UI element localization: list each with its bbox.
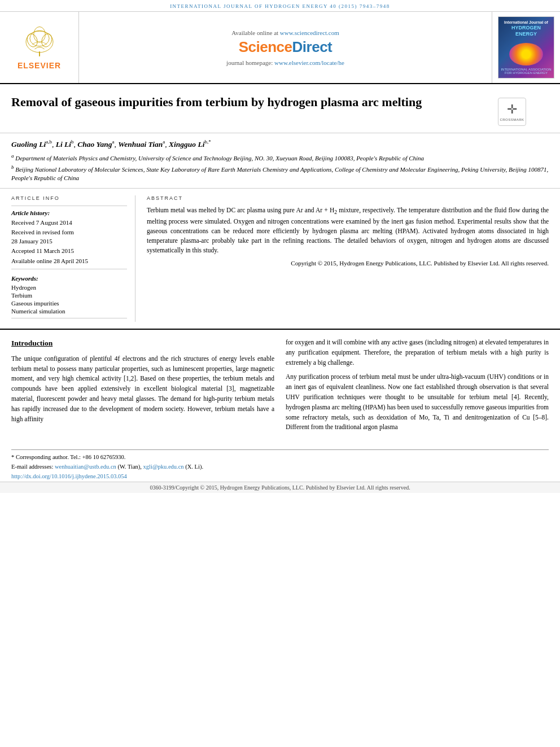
- footnote-section: * Corresponding author. Tel.: +86 10 627…: [11, 449, 549, 480]
- body-col-left: Introduction The unique configuration of…: [11, 338, 274, 437]
- author-2: Li Li: [56, 140, 71, 148]
- email-2-link[interactable]: xgli@pku.edu.cn: [143, 464, 184, 470]
- authors-line: Guoling Lia,b, Li Lib, Chao Yanga, Wenhu…: [11, 139, 549, 149]
- author-1-sup: a,b: [46, 139, 52, 145]
- accepted-date: Accepted 11 March 2015: [11, 247, 127, 255]
- keyword-1: Hydrogen: [11, 284, 127, 291]
- intro-heading: Introduction: [11, 338, 274, 350]
- body-col-right: for oxygen and it will combine with any …: [286, 338, 549, 437]
- sciencedirect-link[interactable]: www.sciencedirect.com: [280, 29, 339, 36]
- article-info-col: ARTICLE INFO Article history: Received 7…: [11, 195, 135, 322]
- cover-circle-graphic: [509, 43, 543, 65]
- article-info-header: ARTICLE INFO: [11, 195, 127, 201]
- author-1: Guoling Li: [11, 140, 46, 148]
- authors-section: Guoling Lia,b, Li Lib, Chao Yanga, Wenhu…: [0, 133, 560, 189]
- keyword-4: Numerical simulation: [11, 308, 127, 314]
- divider-1: [11, 206, 127, 206]
- abstract-text: Terbium metal was melted by DC arc plasm…: [147, 206, 549, 256]
- available-online-text: Available online at www.sciencedirect.co…: [231, 29, 339, 36]
- corresponding-author: * Corresponding author. Tel.: +86 10 627…: [11, 453, 549, 462]
- keywords-label: Keywords:: [11, 275, 127, 282]
- keywords-section: Keywords: Hydrogen Terbium Gaseous impur…: [11, 275, 127, 314]
- available-online-date: Available online 28 April 2015: [11, 257, 127, 265]
- doi-link[interactable]: http://dx.doi.org/10.1016/j.ijhydene.201…: [11, 473, 127, 479]
- bottom-bar: 0360-3199/Copyright © 2015, Hydrogen Ene…: [0, 482, 560, 493]
- elsevier-logo: ELSEVIER: [0, 12, 79, 83]
- crossmark-icon: ✛: [507, 102, 517, 117]
- author-2-sup: b: [71, 139, 74, 145]
- author-4: Wenhuai Tian: [118, 140, 163, 148]
- history-label: Article history:: [11, 209, 127, 216]
- author-4-sup: a: [163, 139, 165, 145]
- right-para-1: for oxygen and it will combine with any …: [286, 338, 549, 368]
- cover-image: International Journal ofHYDROGENENERGY I…: [498, 16, 554, 78]
- received-date: Received 7 August 2014: [11, 219, 127, 227]
- intro-para-1: The unique configuration of plentiful 4f…: [11, 354, 274, 425]
- author-5-sup: b,*: [205, 139, 211, 145]
- journal-cover: International Journal ofHYDROGENENERGY I…: [492, 12, 560, 83]
- cover-title: International Journal ofHYDROGENENERGY: [504, 20, 548, 37]
- elsevier-label: ELSEVIER: [18, 61, 61, 70]
- crossmark-label: CrossMark: [500, 118, 524, 121]
- body-section: Introduction The unique configuration of…: [0, 330, 560, 445]
- keyword-2: Terbium: [11, 292, 127, 299]
- abstract-header: ABSTRACT: [147, 195, 549, 201]
- email-line: E-mail addresses: wenhuaitian@ustb.edu.c…: [11, 463, 549, 471]
- sciencedirect-logo: ScienceDirect: [239, 38, 333, 56]
- article-info-abstract: ARTICLE INFO Article history: Received 7…: [0, 189, 560, 329]
- keyword-3: Gaseous impurities: [11, 300, 127, 307]
- journal-title: INTERNATIONAL JOURNAL OF HYDROGEN ENERGY…: [170, 3, 390, 9]
- cover-publisher: INTERNATIONAL ASSOCIATIONFOR HYDROGEN EN…: [501, 68, 551, 75]
- author-3: Chao Yang: [77, 140, 112, 148]
- journal-homepage-link[interactable]: www.elsevier.com/locate/he: [274, 59, 344, 66]
- doi-line: http://dx.doi.org/10.1016/j.ijhydene.201…: [11, 473, 549, 481]
- author-3-sup: a: [112, 139, 114, 145]
- crossmark-badge[interactable]: ✛ CrossMark: [498, 98, 526, 126]
- affiliation-b: b Beijing National Laboratory of Molecul…: [11, 164, 549, 182]
- divider-3: [11, 318, 127, 318]
- bottom-bar-text: 0360-3199/Copyright © 2015, Hydrogen Ene…: [150, 484, 410, 491]
- received-revised: Received in revised form28 January 2015: [11, 228, 127, 246]
- journal-header: INTERNATIONAL JOURNAL OF HYDROGEN ENERGY…: [0, 0, 560, 12]
- sciencedirect-header: Available online at www.sciencedirect.co…: [79, 12, 492, 83]
- journal-homepage: journal homepage: www.elsevier.com/locat…: [226, 59, 344, 66]
- copyright-text: Copyright © 2015, Hydrogen Energy Public…: [147, 259, 549, 268]
- author-5: Xingguo Li: [169, 140, 204, 148]
- email-1-link[interactable]: wenhuaitian@ustb.edu.cn: [55, 464, 116, 470]
- elsevier-tree-icon: [17, 25, 62, 59]
- affiliation-a: a Department of Materials Physics and Ch…: [11, 152, 549, 163]
- paper-title-section: Removal of gaseous impurities from terbi…: [0, 84, 560, 133]
- svg-point-5: [33, 27, 45, 42]
- paper-title: Removal of gaseous impurities from terbi…: [11, 94, 492, 111]
- divider-2: [11, 269, 127, 269]
- abstract-col: ABSTRACT Terbium metal was melted by DC …: [147, 195, 549, 322]
- header-section: ELSEVIER Available online at www.science…: [0, 12, 560, 84]
- right-para-2: Any purification process of terbium meta…: [286, 372, 549, 433]
